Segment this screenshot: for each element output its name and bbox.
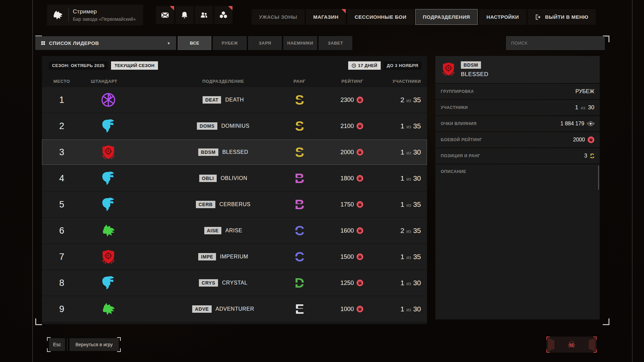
squad-name-cell: BDSM BLESSED	[135, 148, 279, 156]
combat-rating-icon	[357, 149, 363, 156]
main-menu-tabs: УЖАСЫ ЗОНЫ МАГАЗИН СЕССИОННЫЕ БОИ ПОДРАЗ…	[252, 9, 596, 25]
leaderboard-select-label: СПИСОК ЛИДЕРОВ	[49, 40, 99, 46]
squad-name: ADVENTURER	[216, 306, 254, 312]
friends-button[interactable]	[195, 6, 213, 24]
tab-settings[interactable]: НАСТРОЙКИ	[479, 9, 526, 25]
squad-name: IMPERIUM	[220, 254, 248, 260]
place-cell: 7	[42, 252, 82, 262]
squad-emblem-icon	[441, 61, 456, 77]
squad-tag-badge: ADVE	[192, 305, 211, 313]
rank-cell: E	[279, 302, 320, 316]
header-place: МЕСТО	[42, 79, 82, 84]
scrollbar-thumb[interactable]	[598, 166, 599, 190]
squad-name-cell: AISE ARISE	[135, 227, 279, 234]
leaderboard-row[interactable]: 2 DOMS DOMINIUS S 2100 1из35	[42, 113, 427, 139]
squad-name-cell: OBLI OBLIVION	[135, 175, 279, 182]
members-cell: 1из30	[370, 148, 427, 156]
description-label: ОПИСАНИЕ	[441, 169, 466, 174]
rank-cell: B	[279, 172, 320, 185]
leaderboard-row[interactable]: 6 AISE ARISE C 1600 2из35	[42, 218, 427, 243]
members-cell: 2из35	[370, 96, 427, 104]
combat-rating-icon	[357, 280, 363, 286]
squad-name-cell: IMPE IMPERIUM	[135, 253, 279, 260]
return-to-game-button[interactable]: Вернуться в игру	[69, 338, 119, 351]
squad-name-cell: DEAT DEATH	[135, 96, 279, 104]
stat-row-members: УЧАСТНИКИ 1из30	[435, 100, 600, 115]
tab-session-battles[interactable]: СЕССИОННЫЕ БОИ	[347, 9, 414, 25]
squad-name: DOMINIUS	[221, 123, 250, 129]
squad-details-header: BDSM BLESSED	[435, 56, 600, 83]
tab-label: ПОДРАЗДЕЛЕНИЯ	[423, 14, 470, 20]
combat-rating-icon	[588, 136, 594, 143]
table-header-row: МЕСТО ШТАНДАРТ ПОДРАЗДЕЛЕНИЕ РАНГ РЕЙТИН…	[42, 76, 427, 86]
tab-label: УЖАСЫ ЗОНЫ	[259, 14, 297, 20]
filter-mercenaries[interactable]: НАЕМНИКИ	[283, 36, 317, 50]
header-members: УЧАСТНИКИ	[370, 79, 427, 84]
esc-key-badge: Esc	[49, 338, 65, 351]
tab-zone-horrors[interactable]: УЖАСЫ ЗОНЫ	[252, 9, 304, 25]
current-season-badge: ТЕКУЩИЙ СЕЗОН	[111, 61, 158, 70]
leaderboard-row[interactable]: 8 CRYS CRYSTAL D 1250 1из30	[42, 270, 427, 296]
squad-emblem-icon	[82, 301, 135, 317]
squad-name-cell: ADVE ADVENTURER	[135, 305, 279, 313]
squad-description-box: ОПИСАНИЕ	[435, 164, 600, 319]
leaderboard-row[interactable]: 5 CERB CERBERUS B 1750 1из35	[42, 192, 427, 217]
squad-name: OBLIVION	[221, 175, 248, 181]
rating-cell: 1600	[320, 227, 370, 234]
members-cell: 2из35	[370, 227, 427, 235]
tab-subdivisions[interactable]: ПОДРАЗДЕЛЕНИЯ	[415, 9, 478, 25]
place-cell: 4	[42, 173, 82, 184]
tab-shop[interactable]: МАГАЗИН	[306, 9, 346, 25]
tab-label: НАСТРОЙКИ	[486, 14, 519, 20]
mail-button[interactable]	[156, 6, 174, 24]
search-input[interactable]	[506, 36, 605, 50]
stat-row-combat-rating: БОЕВОЙ РЕЙТИНГ 2000	[435, 132, 600, 147]
leaderboard-select[interactable]: СПИСОК ЛИДЕРОВ ▼	[35, 36, 176, 50]
filter-rubezh[interactable]: РУБЕЖ	[213, 36, 247, 50]
rating-cell: 1750	[320, 201, 370, 208]
notifications-button[interactable]	[175, 6, 194, 24]
rank-cell: D	[279, 276, 320, 290]
squad-name: BLESSED	[461, 71, 488, 78]
leaderboard-row[interactable]: 9 ADVE ADVENTURER E 1000 1из30	[42, 296, 427, 322]
friends-icon	[200, 11, 208, 19]
days-left-badge: 17 ДНЕЙ	[348, 61, 381, 70]
combat-rating-icon	[357, 97, 363, 103]
header-subdivision: ПОДРАЗДЕЛЕНИЕ	[135, 79, 279, 84]
squad-tag-badge: DOMS	[197, 122, 217, 130]
player-location: Бар завода «Первомайский»	[73, 16, 136, 22]
clock-icon	[352, 63, 356, 68]
leaderboard-row[interactable]: 4 OBLI OBLIVION B 1800 1из30	[42, 166, 427, 191]
bell-icon	[180, 11, 189, 19]
filter-all[interactable]: ВСЕ	[178, 36, 211, 50]
stat-row-influence: ОЧКИ ВЛИЯНИЯ 1 884 179	[435, 116, 600, 131]
squad-emblem-icon	[82, 92, 135, 108]
squad-name: DEATH	[225, 97, 244, 103]
combat-rating-icon	[357, 306, 363, 312]
return-to-game-group: Esc Вернуться в игру	[47, 337, 121, 352]
leaderboard-row[interactable]: 1 DEAT DEATH S 2300 2из35	[42, 87, 427, 113]
artefacts-button[interactable]	[214, 6, 232, 24]
tab-exit-to-menu[interactable]: ВЫЙТИ В МЕНЮ	[528, 9, 596, 25]
rank-cell: S	[279, 93, 320, 107]
members-cell: 1из30	[370, 279, 427, 287]
rating-cell: 1500	[320, 253, 370, 260]
season-end-badge: ДО 3 НОЯБРЯ	[383, 61, 422, 70]
rank-cell: C	[279, 224, 320, 237]
leaderboard-row[interactable]: 3 BDSM BLESSED S 2000 1из30	[42, 139, 427, 165]
leaderboard-row[interactable]: 7 IMPE IMPERIUM C 1500 1из35	[42, 244, 427, 269]
player-chip[interactable]: Стример Бар завода «Первомайский»	[47, 5, 143, 25]
faction-filters: ВСЕ РУБЕЖ ЗАРЯ НАЕМНИКИ ЗАВЕТ	[178, 36, 352, 50]
squad-emblem-icon	[82, 196, 135, 213]
danger-zone-button[interactable]: ☠	[546, 337, 597, 353]
right-hud-line	[632, 0, 633, 362]
grid-icon	[41, 41, 46, 46]
place-cell: 8	[42, 278, 82, 288]
hexagons-icon	[219, 11, 228, 19]
place-cell: 5	[42, 199, 82, 210]
squad-emblem-icon	[82, 118, 135, 134]
filter-zarya[interactable]: ЗАРЯ	[248, 36, 282, 50]
squad-emblem-icon	[82, 275, 135, 291]
filter-zavet[interactable]: ЗАВЕТ	[319, 36, 352, 50]
divider	[68, 8, 69, 22]
